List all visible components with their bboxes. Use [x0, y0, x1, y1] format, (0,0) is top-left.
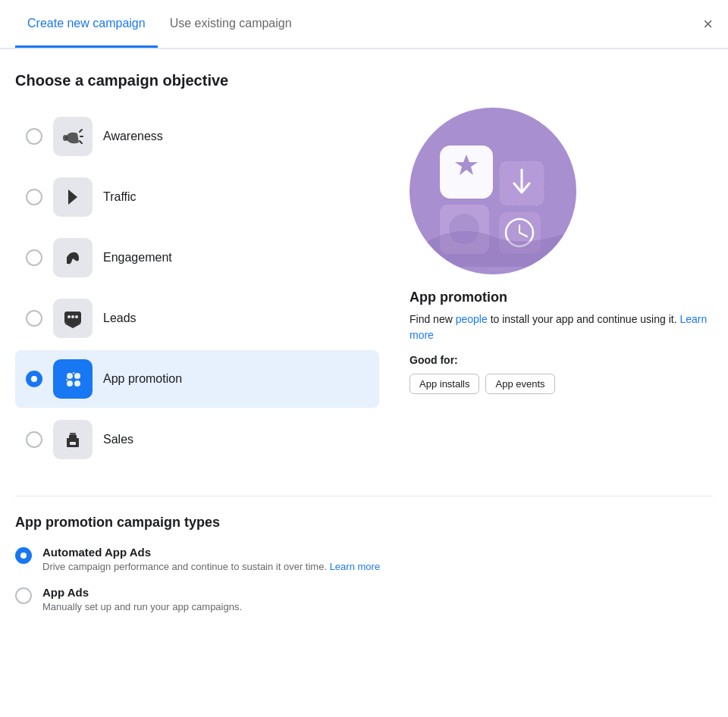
desc-part1: Find new	[410, 313, 456, 325]
automated-name: Automated App Ads	[42, 546, 380, 559]
campaign-type-automated[interactable]: Automated App Ads Drive campaign perform…	[15, 546, 713, 572]
svg-line-3	[80, 141, 82, 143]
tag-app-events: App events	[485, 374, 554, 394]
objective-app-promotion[interactable]: App promotion	[15, 350, 379, 408]
objective-sales[interactable]: Sales	[15, 411, 379, 468]
svg-point-11	[74, 373, 80, 379]
radio-sales[interactable]	[26, 431, 42, 448]
objective-leads[interactable]: Leads	[15, 290, 379, 347]
app-promotion-icon	[53, 359, 93, 399]
objectives-list: Awareness Traffic	[15, 108, 379, 468]
campaign-types-title: App promotion campaign types	[15, 515, 713, 531]
svg-point-7	[67, 315, 71, 318]
awareness-icon	[53, 117, 93, 156]
tags-container: App installs App events	[410, 374, 713, 394]
promo-illustration	[410, 108, 576, 274]
campaign-type-app-ads[interactable]: App Ads Manually set up and run your app…	[15, 586, 713, 612]
svg-line-1	[80, 130, 82, 132]
radio-leads[interactable]	[26, 310, 42, 327]
dialog-header: Create new campaign Use existing campaig…	[0, 0, 728, 49]
svg-marker-4	[68, 189, 77, 205]
automated-text: Automated App Ads Drive campaign perform…	[42, 546, 380, 572]
app-ads-name: App Ads	[42, 586, 242, 599]
sales-icon	[53, 420, 93, 459]
leads-label: Leads	[103, 312, 136, 325]
app-ads-text: App Ads Manually set up and run your app…	[42, 586, 242, 612]
automated-learn-more[interactable]: Learn more	[330, 561, 380, 572]
svg-marker-6	[64, 324, 81, 328]
svg-point-0	[63, 135, 67, 141]
detail-panel: App promotion Find new people to install…	[410, 108, 713, 468]
main-layout: Awareness Traffic	[15, 108, 713, 468]
radio-awareness[interactable]	[26, 128, 42, 145]
svg-rect-19	[70, 442, 76, 445]
leads-icon	[53, 299, 93, 338]
objective-engagement[interactable]: Engagement	[15, 229, 379, 286]
tab-create-campaign[interactable]: Create new campaign	[15, 2, 158, 48]
svg-point-9	[75, 315, 78, 318]
awareness-label: Awareness	[103, 130, 163, 143]
svg-point-8	[71, 315, 74, 318]
detail-title: App promotion	[410, 290, 713, 305]
close-button[interactable]: ×	[703, 16, 713, 33]
traffic-icon	[53, 177, 93, 217]
automated-desc: Drive campaign performance and continue …	[42, 561, 380, 572]
app-promotion-label: App promotion	[103, 372, 182, 386]
radio-engagement[interactable]	[26, 249, 42, 266]
automated-desc-text: Drive campaign performance and continue …	[42, 561, 330, 572]
tag-app-installs: App installs	[410, 374, 479, 394]
good-for-label: Good for:	[410, 354, 713, 366]
tab-existing-campaign[interactable]: Use existing campaign	[158, 2, 304, 48]
engagement-label: Engagement	[103, 251, 172, 265]
section-title: Choose a campaign objective	[15, 72, 713, 89]
svg-point-12	[67, 380, 73, 387]
campaign-types-section: App promotion campaign types Automated A…	[15, 496, 713, 612]
svg-rect-18	[70, 433, 76, 435]
svg-point-13	[74, 380, 80, 387]
sales-label: Sales	[103, 433, 133, 446]
desc-link-people[interactable]: people	[456, 313, 488, 325]
engagement-icon	[53, 238, 93, 277]
main-content: Choose a campaign objective Awareness	[0, 49, 728, 649]
app-ads-desc: Manually set up and run your app campaig…	[42, 601, 242, 612]
objective-awareness[interactable]: Awareness	[15, 108, 379, 165]
svg-rect-20	[440, 146, 493, 199]
app-ads-desc-text: Manually set up and run your app campaig…	[42, 601, 242, 612]
radio-app-promotion[interactable]	[26, 371, 42, 387]
radio-traffic[interactable]	[26, 189, 42, 205]
radio-automated[interactable]	[15, 547, 32, 564]
svg-rect-17	[69, 435, 77, 438]
objective-traffic[interactable]: Traffic	[15, 168, 379, 226]
desc-part2: to install your app and continue using i…	[488, 313, 680, 325]
radio-app-ads[interactable]	[15, 587, 32, 604]
detail-description: Find new people to install your app and …	[410, 312, 713, 343]
svg-point-10	[67, 373, 73, 379]
traffic-label: Traffic	[103, 190, 136, 204]
